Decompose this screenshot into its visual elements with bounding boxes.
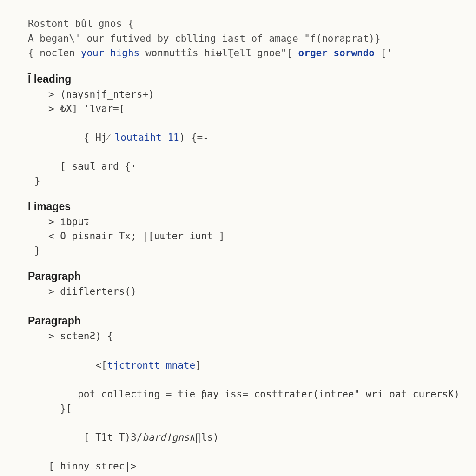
section-images-body: > ibpuȶ < O pisnair Tx; |[uɯter iunt ] (48, 215, 462, 244)
s4-l2a: <[ (84, 360, 107, 371)
section-para1-title: Paragraph (28, 270, 462, 283)
s4-l7: > ASC LT]Ƭ(X)" ᔓ> (48, 474, 462, 476)
s1-l3c: ) {=- (179, 132, 209, 143)
s1-l3b: loutaiht 11 (115, 132, 179, 143)
s2-close: } (34, 244, 462, 258)
header-line-2: A began\'_our futived by cblling iast of… (28, 32, 462, 46)
h3e: [' (375, 47, 392, 59)
s4-l2: <[tjctrontt mnate] (48, 344, 462, 387)
section-para1-body: > diiflerters() (48, 284, 462, 299)
s1-close: } (34, 174, 462, 188)
header-line-3: { nocƖen your highs wonmuttîs hiʉlƮelƖ g… (28, 46, 462, 61)
s2-l1: > ibpuȶ (48, 215, 462, 229)
s1-l3a: { Hj⁄ (84, 132, 115, 143)
section-images-title: I images (28, 200, 462, 213)
header-line-2a: A began\'_our futived by cblling iast of… (28, 33, 304, 44)
header-block: Rostont bûl gnos { A began\'_our futived… (28, 17, 462, 61)
section-para2-title: Paragraph (28, 315, 462, 327)
header-line-1: Rostont bûl gnos { (28, 17, 462, 32)
h3d: orger sorwndo (298, 47, 375, 59)
section-para2-body: > sctenƧ) { <[tjctrontt mnate] pot colle… (48, 329, 462, 476)
s4-l6: [ hinny strec|> (48, 459, 462, 474)
h3b: your highs (81, 47, 139, 59)
s1-l4: [ sauƖ ard {· (48, 159, 462, 174)
s2-l2: < O pisnair Tx; |[uɯter iunt ] (48, 229, 462, 244)
s1-l1: > (naysnjf_nters+) (48, 87, 462, 102)
s4-l3: pot collecting = tie ƥay iss= costtrater… (48, 387, 462, 402)
s4-l4: }[ (48, 402, 462, 416)
s4-l5: [ T1t_T)3/bardǀgns∧∏ls) (48, 416, 462, 459)
s4-l2b: tjctrontt mnate (107, 360, 195, 371)
s4-l5b: bardǀgns (142, 432, 189, 443)
section-leading-body: > (naysnjf_nters+) > ₺X] 'lvar=[ { Hj⁄ l… (48, 87, 462, 174)
s1-l3: { Hj⁄ loutaiht 11) {=- (48, 116, 462, 159)
s4-l2c: ] (195, 360, 201, 371)
s3-l1: > diiflerters() (48, 284, 462, 299)
s4-l5c: ∧∏ls) (189, 432, 218, 443)
h3a: { nocƖen (28, 47, 81, 59)
s4-l5a: [ T1t_T)3/ (84, 432, 142, 443)
h3c: wonmuttîs hiʉlƮelƖ gnoe"[ (139, 47, 298, 59)
code-document: Rostont bûl gnos { A began\'_our futived… (0, 0, 476, 476)
s4-l1: > sctenƧ) { (48, 329, 462, 344)
s1-l2: > ₺X] 'lvar=[ (48, 102, 462, 116)
header-line-2b: "f(noraprat)} (304, 33, 380, 44)
section-leading-title: Ī leading (28, 73, 462, 86)
